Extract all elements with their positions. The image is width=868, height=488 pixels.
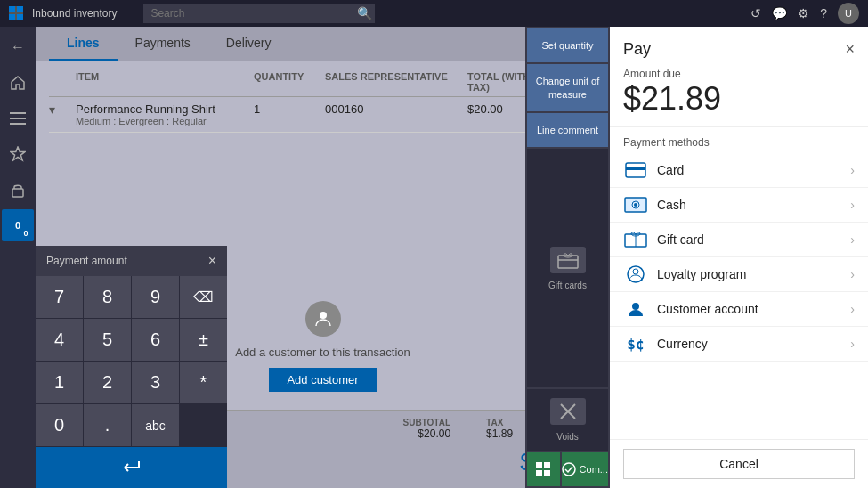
row-sales-rep: 000160 bbox=[325, 102, 467, 126]
row-item: Performance Running Shirt Medium : Everg… bbox=[76, 102, 254, 126]
cancel-button[interactable]: Cancel bbox=[623, 449, 855, 479]
gift-cards-label: Gift cards bbox=[548, 281, 587, 290]
pay-amount-due: Amount due $21.89 bbox=[610, 63, 868, 127]
svg-rect-14 bbox=[544, 462, 550, 468]
tab-delivery[interactable]: Delivery bbox=[208, 27, 289, 61]
tab-payments[interactable]: Payments bbox=[118, 27, 208, 61]
sidebar-item-list[interactable] bbox=[2, 102, 34, 134]
numpad-1[interactable]: 1 bbox=[36, 362, 83, 403]
chat-icon[interactable]: 💬 bbox=[772, 6, 787, 20]
complete-button[interactable]: Com... bbox=[562, 452, 608, 486]
pay-close-button[interactable]: × bbox=[845, 40, 855, 59]
sidebar-item-favorites[interactable] bbox=[2, 138, 34, 170]
numpad-7[interactable]: 7 bbox=[36, 276, 83, 318]
numpad-asterisk[interactable]: * bbox=[180, 362, 227, 403]
change-unit-button[interactable]: Change unit of measure bbox=[527, 64, 608, 111]
numpad-8[interactable]: 8 bbox=[84, 276, 131, 318]
pay-header: Pay × bbox=[610, 27, 868, 63]
voids-icon bbox=[550, 398, 586, 425]
tax-value: $1.89 bbox=[486, 427, 513, 440]
sidebar-item-back[interactable]: ← bbox=[2, 31, 34, 63]
svg-rect-0 bbox=[9, 6, 15, 12]
numpad-0[interactable]: 0 bbox=[36, 404, 83, 446]
add-customer-button[interactable]: Add customer bbox=[269, 368, 376, 392]
check-button[interactable] bbox=[527, 452, 560, 486]
customer-text: Add a customer to this transaction bbox=[235, 346, 410, 359]
tab-lines[interactable]: Lines bbox=[49, 27, 118, 61]
line-comment-button[interactable]: Line comment bbox=[527, 113, 608, 147]
numpad-6[interactable]: 6 bbox=[132, 319, 179, 361]
refresh-icon[interactable]: ↺ bbox=[750, 6, 761, 20]
numpad-3[interactable]: 3 bbox=[132, 362, 179, 403]
svg-rect-15 bbox=[536, 470, 542, 476]
pay-title: Pay bbox=[623, 40, 651, 59]
payment-method-cash[interactable]: Cash › bbox=[610, 188, 868, 223]
numpad-overlay: Payment amount × 7 8 9 ⌫ 4 5 6 ± 1 2 3 *… bbox=[36, 246, 227, 488]
numpad-backspace[interactable]: ⌫ bbox=[180, 276, 227, 318]
subtotal: SUBTOTAL $20.00 bbox=[403, 418, 451, 440]
pay-amount-due-label: Amount due bbox=[623, 68, 855, 80]
item-name: Performance Running Shirt bbox=[76, 102, 254, 116]
right-panel: Set quantity Change unit of measure Line… bbox=[525, 27, 610, 488]
avatar[interactable]: U bbox=[838, 3, 859, 24]
app-title: Inbound inventory bbox=[32, 7, 117, 20]
cash-icon bbox=[623, 197, 648, 213]
numpad-5[interactable]: 5 bbox=[84, 319, 131, 361]
sidebar-item-home[interactable] bbox=[2, 67, 34, 99]
svg-rect-6 bbox=[10, 123, 26, 125]
payment-method-currency[interactable]: $¢ Currency › bbox=[610, 327, 868, 362]
col-sales-rep: SALES REPRESENTATIVE bbox=[325, 71, 467, 93]
customer-account-icon bbox=[623, 301, 648, 317]
sidebar: ← 0 bbox=[0, 27, 36, 488]
search-input[interactable] bbox=[143, 4, 375, 23]
customer-icon bbox=[305, 301, 341, 337]
currency-chevron: › bbox=[850, 337, 855, 351]
app-icon bbox=[9, 6, 23, 20]
numpad-abc[interactable]: abc bbox=[132, 404, 179, 446]
customer-account-chevron: › bbox=[850, 302, 855, 316]
green-buttons: Com... bbox=[527, 452, 608, 486]
payment-method-gift-card[interactable]: Gift card › bbox=[610, 223, 868, 257]
settings-icon[interactable]: ⚙ bbox=[798, 6, 809, 20]
sidebar-item-lock[interactable] bbox=[2, 174, 34, 206]
pay-amount-due-value: $21.89 bbox=[623, 80, 855, 118]
item-sub: Medium : Evergreen : Regular bbox=[76, 116, 254, 126]
payment-method-customer-account[interactable]: Customer account › bbox=[610, 292, 868, 327]
card-icon bbox=[623, 162, 648, 178]
numpad-9[interactable]: 9 bbox=[132, 276, 179, 318]
numpad-plus-minus[interactable]: ± bbox=[180, 319, 227, 361]
customer-account-label: Customer account bbox=[657, 302, 850, 316]
tax: TAX $1.89 bbox=[486, 418, 513, 440]
svg-rect-16 bbox=[544, 470, 550, 476]
svg-point-26 bbox=[633, 269, 638, 274]
svg-point-27 bbox=[632, 303, 639, 310]
numpad-4[interactable]: 4 bbox=[36, 319, 83, 361]
svg-rect-1 bbox=[17, 6, 23, 12]
subtotal-label: SUBTOTAL bbox=[403, 418, 451, 427]
payment-method-loyalty[interactable]: Loyalty program › bbox=[610, 257, 868, 292]
tabs: Lines Payments Delivery bbox=[36, 27, 610, 61]
svg-point-22 bbox=[634, 203, 637, 207]
row-quantity: 1 bbox=[254, 102, 325, 126]
col-expand bbox=[49, 71, 76, 93]
numpad-2[interactable]: 2 bbox=[84, 362, 131, 403]
payment-method-card[interactable]: Card › bbox=[610, 153, 868, 188]
table-row[interactable]: ▾ Performance Running Shirt Medium : Eve… bbox=[49, 97, 596, 133]
sidebar-item-zero[interactable]: 0 bbox=[2, 209, 34, 241]
help-icon[interactable]: ? bbox=[820, 6, 827, 20]
titlebar: Inbound inventory 🔍 ↺ 💬 ⚙ ? U bbox=[0, 0, 868, 27]
gift-card-pm-icon bbox=[623, 232, 648, 248]
gift-card-icon bbox=[550, 247, 586, 273]
gift-card-chevron: › bbox=[850, 232, 855, 247]
currency-icon: $¢ bbox=[623, 336, 648, 352]
gift-card-label: Gift card bbox=[657, 232, 850, 247]
complete-label: Com... bbox=[580, 464, 608, 475]
currency-label: Currency bbox=[657, 337, 850, 351]
set-quantity-button[interactable]: Set quantity bbox=[527, 28, 608, 62]
numpad-label: Payment amount bbox=[46, 255, 127, 267]
svg-rect-19 bbox=[626, 167, 645, 170]
numpad-decimal[interactable]: . bbox=[84, 404, 131, 446]
numpad-close-button[interactable]: × bbox=[208, 253, 216, 269]
numpad-enter-button[interactable] bbox=[36, 447, 227, 488]
cancel-button-area: Cancel bbox=[610, 439, 868, 488]
